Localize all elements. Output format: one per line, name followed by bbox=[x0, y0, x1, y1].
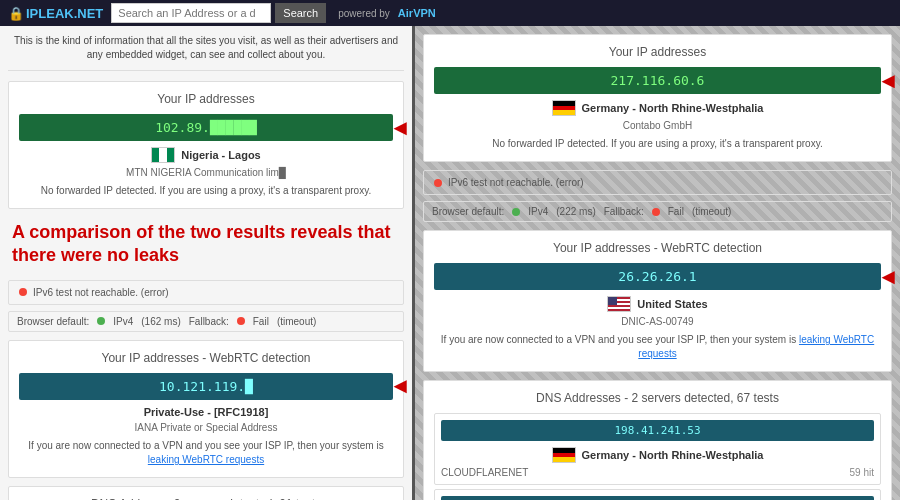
left-fail-dot bbox=[237, 317, 245, 325]
right-ipv4-dot bbox=[512, 208, 520, 216]
right-webrtc-section: Your IP addresses - WebRTC detection 26.… bbox=[423, 230, 892, 372]
airvpn-label: AirVPN bbox=[398, 7, 436, 19]
right-country-info: Germany - North Rhine-Westphalia bbox=[434, 100, 881, 116]
left-webrtc-title: Your IP addresses - WebRTC detection bbox=[19, 351, 393, 365]
right-webrtc-note: If you are now connected to a VPN and yo… bbox=[434, 333, 881, 361]
dns-ip-1: 198.41.241.52 bbox=[441, 496, 874, 500]
left-panel: This is the kind of information that all… bbox=[0, 26, 415, 500]
main-content: This is the kind of information that all… bbox=[0, 26, 900, 500]
nigeria-flag bbox=[151, 147, 175, 163]
dns-entry-0: 198.41.241.53 Germany - North Rhine-West… bbox=[434, 413, 881, 485]
search-button[interactable]: Search bbox=[275, 3, 326, 23]
right-ip-arrow: ◄ bbox=[877, 68, 899, 94]
left-webrtc-arrow: ◄ bbox=[389, 373, 411, 399]
logo-icon: 🔒 bbox=[8, 6, 24, 21]
right-country-name: Germany - North Rhine-Westphalia bbox=[582, 102, 764, 114]
dns-country-info-0: Germany - North Rhine-Westphalia bbox=[441, 447, 874, 463]
left-browser-row: Browser default: IPv4 (162 ms) Fallback:… bbox=[8, 311, 404, 332]
left-no-forward: No forwarded IP detected. If you are usi… bbox=[19, 184, 393, 198]
left-ipv4-label: IPv4 bbox=[113, 316, 133, 327]
right-webrtc-country: United States bbox=[637, 298, 707, 310]
us-flag bbox=[607, 296, 631, 312]
ipv6-dot bbox=[19, 288, 27, 296]
dns-hits-0: 59 hit bbox=[850, 467, 874, 478]
right-dns-title: DNS Addresses - 2 servers detected, 67 t… bbox=[434, 391, 881, 405]
right-webrtc-ip: 26.26.26.1 bbox=[434, 263, 881, 290]
left-country-name: Nigeria - Lagos bbox=[181, 149, 260, 161]
left-browser-label: Browser default: bbox=[17, 316, 89, 327]
right-fail-label: Fail bbox=[668, 206, 684, 217]
left-ipv6-box: IPv6 test not reachable. (error) bbox=[8, 280, 404, 305]
right-webrtc-country-info: United States bbox=[434, 296, 881, 312]
info-text: This is the kind of information that all… bbox=[8, 34, 404, 71]
right-browser-row: Browser default: IPv4 (222 ms) Fallback:… bbox=[423, 201, 892, 222]
right-ip-display: 217.116.60.6 bbox=[434, 67, 881, 94]
right-ipv6-status: IPv6 test not reachable. (error) bbox=[448, 177, 584, 188]
right-ipv4-ms: (222 ms) bbox=[556, 206, 595, 217]
left-webrtc-section: Your IP addresses - WebRTC detection 10.… bbox=[8, 340, 404, 478]
left-ip-title: Your IP addresses bbox=[19, 92, 393, 106]
left-ipv6-status: IPv6 test not reachable. (error) bbox=[33, 287, 169, 298]
left-ip-arrow: ◄ bbox=[389, 115, 411, 141]
search-input[interactable] bbox=[111, 3, 271, 23]
search-bar: Search bbox=[111, 3, 326, 23]
left-country-info: Nigeria - Lagos bbox=[19, 147, 393, 163]
right-isp: Contabo GmbH bbox=[434, 120, 881, 131]
germany-flag bbox=[552, 100, 576, 116]
right-webrtc-arrow: ◄ bbox=[877, 264, 899, 290]
left-isp: MTN NIGERIA Communication lim█ bbox=[19, 167, 393, 178]
right-fallback-label: Fallback: bbox=[604, 206, 644, 217]
left-fail-status: (timeout) bbox=[277, 316, 316, 327]
right-panel: Your IP addresses 217.116.60.6 ◄ Germany… bbox=[415, 26, 900, 500]
left-ipv4-dot bbox=[97, 317, 105, 325]
header: 🔒 IPLEAK.NET Search powered by AirVPN bbox=[0, 0, 900, 26]
comparison-text: A comparison of the two results reveals … bbox=[8, 217, 404, 272]
right-fail-dot bbox=[652, 208, 660, 216]
dns-entry-1: 198.41.241.52 Germany - North Rhine-West… bbox=[434, 489, 881, 500]
right-dns-section: DNS Addresses - 2 servers detected, 67 t… bbox=[423, 380, 892, 500]
right-ip-section: Your IP addresses 217.116.60.6 ◄ Germany… bbox=[423, 34, 892, 162]
dns-country-0: Germany - North Rhine-Westphalia bbox=[582, 449, 764, 461]
left-ipv4-ms: (162 ms) bbox=[141, 316, 180, 327]
logo: 🔒 IPLEAK.NET bbox=[8, 6, 103, 21]
right-webrtc-isp: DNIC-AS-00749 bbox=[434, 316, 881, 327]
left-webrtc-ip: 10.121.119.█ bbox=[19, 373, 393, 400]
left-fallback-label: Fallback: bbox=[189, 316, 229, 327]
powered-by-label: powered by bbox=[338, 8, 390, 19]
right-dns-entries: 198.41.241.53 Germany - North Rhine-West… bbox=[434, 413, 881, 500]
left-webrtc-country-info: Private-Use - [RFC1918] bbox=[19, 406, 393, 418]
left-webrtc-country: Private-Use - [RFC1918] bbox=[144, 406, 269, 418]
right-no-forward: No forwarded IP detected. If you are usi… bbox=[434, 137, 881, 151]
left-webrtc-leak-link[interactable]: leaking WebRTC requests bbox=[148, 454, 264, 465]
left-webrtc-note: If you are now connected to a VPN and yo… bbox=[19, 439, 393, 467]
right-ipv4-label: IPv4 bbox=[528, 206, 548, 217]
right-ipv6-dot bbox=[434, 179, 442, 187]
left-dns-section: DNS Address - 0 servers detected, 61 tes… bbox=[8, 486, 404, 500]
right-browser-label: Browser default: bbox=[432, 206, 504, 217]
left-ip-display: 102.89.██████ bbox=[19, 114, 393, 141]
dns-flag-0 bbox=[552, 447, 576, 463]
dns-ip-0: 198.41.241.53 bbox=[441, 420, 874, 441]
left-ip-section: Your IP addresses 102.89.██████ ◄ Nigeri… bbox=[8, 81, 404, 209]
left-webrtc-isp: IANA Private or Special Address bbox=[19, 422, 393, 433]
right-webrtc-title: Your IP addresses - WebRTC detection bbox=[434, 241, 881, 255]
dns-isp-0: CLOUDFLARENET bbox=[441, 467, 528, 478]
right-ip-title: Your IP addresses bbox=[434, 45, 881, 59]
logo-text: IPLEAK.NET bbox=[26, 6, 103, 21]
right-fail-status: (timeout) bbox=[692, 206, 731, 217]
right-ipv6-box: IPv6 test not reachable. (error) bbox=[423, 170, 892, 195]
left-fail-label: Fail bbox=[253, 316, 269, 327]
